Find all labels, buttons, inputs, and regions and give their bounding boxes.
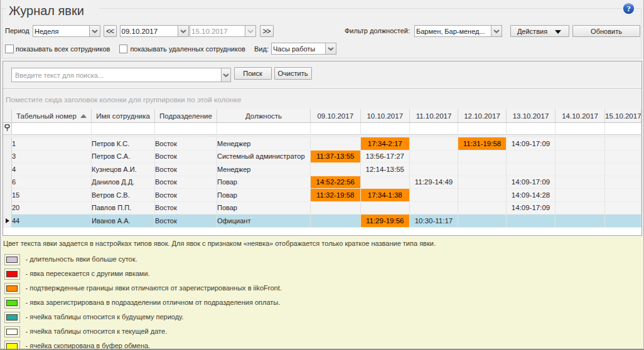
attendance-cell[interactable]: 13:56-17:27 [361, 151, 411, 164]
cell-name[interactable]: Петров С.А. [92, 151, 155, 164]
view-select[interactable]: Часы работы [271, 43, 336, 55]
attendance-cell[interactable] [458, 163, 507, 176]
cell-name[interactable]: Иванов А.А. [92, 215, 155, 228]
attendance-cell[interactable] [311, 215, 361, 228]
cell-id[interactable]: 6 [12, 176, 92, 189]
cell-name[interactable]: Данилов Д.Д. [92, 176, 155, 189]
attendance-cell[interactable] [605, 189, 641, 202]
chevron-down-icon[interactable] [491, 26, 502, 36]
cell-division[interactable]: Восток [155, 176, 217, 189]
search-button[interactable]: Поиск [234, 67, 272, 80]
attendance-cell[interactable] [555, 163, 605, 176]
attendance-cell[interactable] [410, 151, 458, 164]
attendance-cell[interactable] [605, 215, 641, 228]
filter-cell[interactable] [555, 123, 605, 135]
clear-button[interactable]: Очистить [274, 67, 312, 80]
column-header[interactable]: 14.10.2017 [555, 109, 605, 123]
cell-position[interactable]: Повар [217, 189, 311, 202]
attendance-cell[interactable] [605, 202, 641, 215]
attendance-cell[interactable] [458, 189, 507, 202]
period-select[interactable]: Неделя [33, 25, 100, 37]
column-header[interactable]: 10.10.2017 [361, 109, 411, 123]
chevron-down-icon[interactable] [178, 26, 188, 36]
attendance-cell[interactable] [410, 137, 458, 151]
attendance-cell[interactable] [361, 176, 411, 189]
group-by-panel[interactable]: Поместите сюда заголовок колонки для гру… [3, 90, 641, 109]
next-period-button[interactable]: >> [260, 25, 274, 37]
chevron-down-icon[interactable] [89, 26, 100, 36]
column-header[interactable]: 09.10.2017 [311, 109, 361, 123]
cell-position[interactable]: Системный администратор [217, 151, 311, 164]
attendance-cell[interactable] [605, 137, 641, 151]
column-header[interactable]: Имя сотрудника [92, 109, 155, 123]
filter-cell[interactable] [12, 123, 92, 135]
cell-name[interactable]: Ветров С.В. [92, 189, 155, 202]
column-header[interactable]: Подразделение [155, 109, 217, 123]
cell-position[interactable]: Менеджер [217, 137, 311, 151]
filter-cell[interactable] [92, 123, 155, 135]
attendance-cell[interactable] [458, 202, 507, 215]
attendance-cell[interactable] [555, 176, 605, 189]
attendance-cell[interactable]: 14:09-17:09 [507, 137, 555, 151]
attendance-cell[interactable]: 17:34-2:17 [361, 137, 411, 151]
column-header[interactable]: Должность [217, 109, 311, 123]
attendance-cell[interactable] [311, 163, 361, 176]
cell-position[interactable]: Повар [217, 176, 311, 189]
attendance-cell[interactable] [458, 215, 507, 228]
cell-id[interactable]: 44 [12, 215, 92, 228]
filter-cell[interactable] [458, 123, 507, 135]
filter-cell[interactable] [605, 123, 641, 135]
column-header[interactable]: 12.10.2017 [458, 109, 507, 123]
cell-division[interactable]: Восток [155, 163, 217, 176]
cell-position[interactable]: Официант [217, 215, 311, 228]
cell-name[interactable]: Павлов П.П. [92, 202, 155, 215]
cell-position[interactable]: Менеджер [217, 163, 311, 176]
attendance-cell[interactable] [410, 189, 458, 202]
refresh-button[interactable]: Обновить [572, 25, 640, 37]
date-from-select[interactable]: 09.10.2017 [120, 25, 189, 37]
search-input[interactable] [12, 68, 221, 82]
filter-cell[interactable] [507, 123, 555, 135]
attendance-cell[interactable]: 11:29-19:56 [361, 215, 411, 228]
attendance-cell[interactable] [458, 151, 507, 164]
filter-cell[interactable] [155, 123, 217, 135]
attendance-cell[interactable] [605, 163, 641, 176]
attendance-cell[interactable] [507, 151, 555, 164]
help-icon[interactable]: ? [621, 1, 636, 16]
cell-division[interactable]: Восток [155, 189, 217, 202]
attendance-cell[interactable] [555, 151, 605, 164]
cell-name[interactable]: Петров К.С. [92, 137, 155, 151]
filter-cell[interactable] [311, 123, 361, 135]
column-header[interactable]: 15.10.2017 [605, 109, 641, 123]
attendance-cell[interactable] [410, 163, 458, 176]
show-all-employees-checkbox[interactable] [5, 45, 14, 53]
filter-cell[interactable] [410, 123, 458, 135]
prev-period-button[interactable]: << [104, 25, 117, 37]
attendance-cell[interactable]: 14:09-17:09 [507, 176, 555, 189]
attendance-cell[interactable]: 17:34-1:38 [361, 189, 411, 202]
cell-name[interactable]: Кузнецов А.И. [92, 163, 155, 176]
attendance-cell[interactable]: 14:52-22:56 [311, 176, 361, 189]
cell-division[interactable]: Восток [155, 215, 217, 228]
cell-division[interactable]: Восток [155, 151, 217, 164]
column-header[interactable]: 13.10.2017 [507, 109, 555, 123]
attendance-cell[interactable]: 11:31-19:58 [458, 137, 507, 151]
attendance-cell[interactable] [507, 163, 555, 176]
attendance-cell[interactable]: 14:09-14:28 [507, 189, 555, 202]
attendance-cell[interactable] [555, 202, 605, 215]
attendance-cell[interactable]: 11:37-13:55 [311, 151, 361, 164]
chevron-down-icon[interactable] [221, 68, 231, 82]
attendance-cell[interactable] [605, 176, 641, 189]
cell-id[interactable]: 3 [12, 151, 92, 164]
filter-cell[interactable] [217, 123, 311, 135]
attendance-cell[interactable] [410, 202, 458, 215]
cell-division[interactable]: Восток [155, 137, 217, 151]
column-header[interactable]: 11.10.2017 [410, 109, 458, 123]
cell-id[interactable]: 4 [12, 163, 92, 176]
attendance-cell[interactable]: 12:14-13:55 [361, 163, 411, 176]
attendance-cell[interactable]: 10:30-11:17 [410, 215, 458, 228]
actions-button[interactable]: Действия [510, 25, 569, 37]
attendance-cell[interactable] [311, 137, 361, 151]
attendance-cell[interactable]: 11:32-19:58 [311, 189, 361, 202]
attendance-cell[interactable] [311, 202, 361, 215]
